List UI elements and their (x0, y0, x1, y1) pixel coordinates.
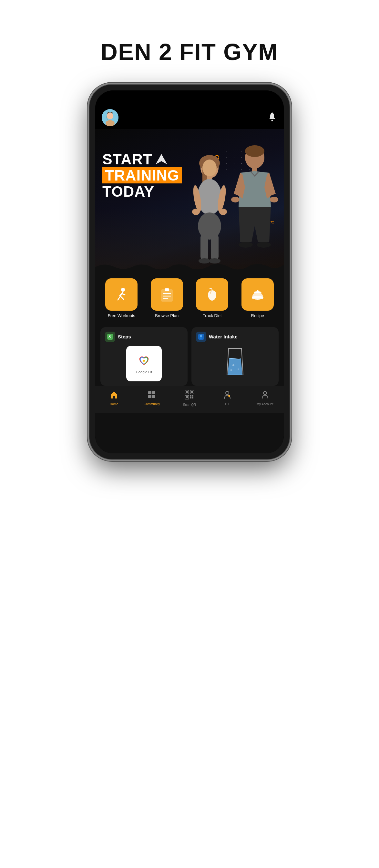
nav-community[interactable]: Community (133, 390, 171, 406)
widget-row: Steps (95, 322, 284, 386)
tile-browse-plan[interactable]: Browse Plan (151, 278, 183, 319)
tile-track-diet[interactable]: Track Diet (196, 278, 228, 319)
svg-point-25 (270, 197, 278, 203)
home-label: Home (110, 402, 119, 406)
svg-rect-47 (200, 337, 202, 339)
google-fit-label: Google Fit (136, 370, 152, 374)
svg-point-43 (109, 336, 110, 337)
svg-point-24 (231, 197, 240, 203)
svg-rect-18 (211, 234, 219, 260)
svg-rect-41 (257, 290, 259, 292)
svg-rect-60 (186, 396, 188, 398)
svg-rect-34 (161, 290, 172, 301)
phone-shell: ≈ START TRAINING TODAY (89, 85, 290, 459)
svg-rect-64 (190, 397, 191, 399)
app-screen: ≈ START TRAINING TODAY (95, 104, 284, 454)
svg-point-26 (239, 242, 253, 248)
community-label: Community (144, 402, 160, 406)
pt-icon: + (223, 390, 232, 401)
nav-home[interactable]: Home (95, 390, 133, 406)
tile-recipe[interactable]: Recipe (242, 278, 274, 319)
steps-icon (105, 332, 115, 342)
svg-rect-62 (192, 395, 193, 397)
svg-point-4 (272, 120, 273, 121)
pt-label: PT (225, 402, 229, 406)
nav-my-account[interactable]: My Account (246, 390, 284, 406)
recipe-label: Recipe (251, 313, 264, 319)
svg-point-15 (219, 209, 227, 215)
recipe-button[interactable] (242, 278, 274, 311)
hero-line2: TRAINING (102, 167, 182, 183)
nav-scan-qr[interactable]: Scan QR (171, 390, 209, 407)
svg-line-32 (122, 293, 125, 295)
svg-point-3 (107, 113, 113, 119)
svg-point-65 (226, 392, 229, 395)
home-icon (109, 390, 119, 401)
svg-rect-58 (186, 391, 188, 393)
svg-rect-53 (148, 395, 151, 398)
svg-point-22 (245, 145, 264, 157)
svg-point-44 (110, 335, 112, 336)
track-diet-button[interactable] (196, 278, 228, 311)
browse-plan-label: Browse Plan (155, 313, 179, 319)
svg-marker-5 (156, 154, 167, 164)
svg-rect-17 (200, 234, 208, 260)
svg-point-50 (230, 369, 232, 371)
svg-line-31 (120, 296, 124, 299)
water-visual (196, 346, 274, 378)
scan-qr-icon (184, 390, 195, 402)
svg-point-11 (197, 179, 222, 215)
torn-edge (95, 262, 284, 271)
svg-text:+: + (228, 395, 229, 397)
steps-widget-title: Steps (118, 334, 131, 339)
browse-plan-button[interactable] (151, 278, 183, 311)
phone-notch (160, 90, 219, 100)
app-title: DEN 2 FIT GYM (101, 39, 278, 65)
svg-point-49 (238, 368, 239, 370)
scan-qr-label: Scan QR (183, 403, 196, 407)
my-account-icon (260, 390, 270, 401)
free-workouts-button[interactable] (105, 278, 137, 311)
steps-widget[interactable]: Steps (100, 327, 188, 386)
svg-point-68 (263, 392, 267, 395)
water-icon (196, 332, 206, 342)
svg-rect-51 (148, 391, 151, 394)
svg-point-48 (232, 364, 234, 366)
water-intake-widget[interactable]: Water Intake (191, 327, 279, 386)
svg-rect-52 (152, 391, 155, 394)
hero-line3: TODAY (102, 184, 182, 199)
community-icon (147, 390, 156, 401)
notification-bell-icon[interactable] (267, 112, 277, 124)
water-widget-header: Water Intake (196, 332, 274, 342)
my-account-label: My Account (257, 402, 274, 406)
bottom-navigation: Home Community (95, 386, 284, 413)
woman-figure (184, 152, 235, 271)
svg-point-14 (192, 209, 200, 215)
app-header (95, 104, 284, 129)
svg-rect-35 (165, 288, 169, 291)
svg-point-28 (121, 288, 125, 291)
free-workouts-label: Free Workouts (108, 313, 135, 319)
phone-screen: ≈ START TRAINING TODAY (95, 90, 284, 454)
tile-free-workouts[interactable]: Free Workouts (105, 278, 137, 319)
google-fit-card[interactable]: Google Fit (126, 346, 162, 381)
action-tiles-section: Free Workouts Browse Pla (95, 271, 284, 322)
svg-rect-61 (190, 395, 191, 397)
nav-pt[interactable]: + PT (208, 390, 246, 406)
hero-text-block: START TRAINING TODAY (102, 152, 182, 199)
svg-point-9 (202, 159, 217, 176)
svg-line-30 (118, 296, 120, 300)
hero-banner: ≈ START TRAINING TODAY (95, 129, 284, 271)
svg-rect-54 (152, 395, 155, 398)
water-widget-title: Water Intake (209, 334, 238, 339)
steps-widget-header: Steps (105, 332, 183, 342)
svg-rect-63 (192, 397, 193, 399)
svg-rect-59 (191, 391, 193, 393)
hero-line1: START (102, 152, 152, 166)
track-diet-label: Track Diet (203, 313, 222, 319)
svg-point-27 (257, 242, 271, 248)
man-figure (229, 142, 281, 271)
avatar[interactable] (102, 109, 119, 126)
hero-figures (177, 135, 281, 271)
